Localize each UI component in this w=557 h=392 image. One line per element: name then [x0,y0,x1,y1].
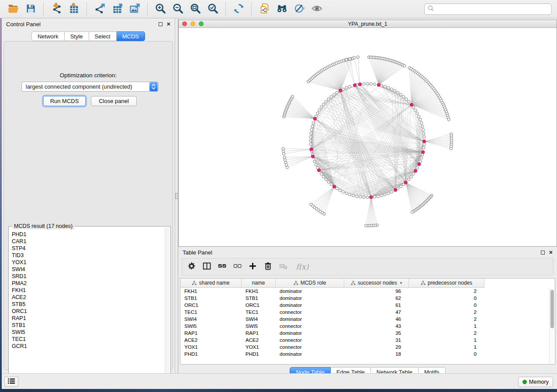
mcds-node[interactable] [317,168,320,172]
splitter-handle[interactable] [175,193,178,199]
network-node[interactable] [422,129,425,131]
network-node[interactable] [322,103,325,106]
mcds-result-item[interactable]: RAP1 [10,315,164,322]
network-node[interactable] [342,88,345,90]
network-node[interactable] [356,56,359,58]
network-node[interactable] [447,118,450,121]
export-network-button[interactable] [92,2,107,17]
network-node[interactable] [336,91,338,94]
network-node[interactable] [311,125,314,128]
network-node[interactable] [370,83,372,85]
mcds-result-item[interactable]: GCR1 [10,343,164,350]
mcds-node[interactable] [339,89,342,92]
network-node[interactable] [282,147,284,150]
network-node[interactable] [349,58,351,60]
network-node[interactable] [363,196,365,199]
network-node[interactable] [349,193,351,196]
table-row[interactable]: ORC1ORC1dominator610 [180,302,549,309]
mcds-result-item[interactable]: YOX1 [10,259,164,266]
network-node[interactable] [310,132,312,135]
column-header-shared-name[interactable]: shared name [180,279,242,288]
mcds-result-item[interactable]: SRD1 [10,273,164,280]
network-node[interactable] [336,187,338,190]
network-node[interactable] [403,65,406,67]
close-panel-button[interactable]: Close panel [91,96,137,106]
mcds-result-item[interactable]: STB1 [10,322,164,329]
mcds-node[interactable] [311,155,315,158]
network-node[interactable] [420,157,423,159]
tab-mcds[interactable]: MCDS [117,31,145,41]
mcds-node[interactable] [310,148,313,151]
network-node[interactable] [339,189,341,192]
mcds-node[interactable] [418,162,421,165]
column-header-successor-nodes[interactable]: successor nodes▾ [344,279,409,288]
export-image-button[interactable] [127,2,142,17]
network-node[interactable] [418,115,420,118]
network-node[interactable] [408,100,410,103]
mcds-result-item[interactable]: ORC1 [10,308,164,315]
mcds-result-item[interactable]: PMA2 [10,280,164,287]
network-node[interactable] [408,178,410,181]
network-node[interactable] [399,185,402,188]
network-node[interactable] [309,139,312,142]
network-node[interactable] [345,58,348,61]
network-node[interactable] [345,192,348,195]
network-node[interactable] [342,191,345,193]
network-node[interactable] [397,91,399,94]
table-row[interactable]: TEC1TEC1connector472 [180,309,549,316]
mcds-node[interactable] [410,103,413,106]
columns-button[interactable] [202,262,211,272]
table-row[interactable]: ACE2ACE2connector311 [180,337,549,344]
network-node[interactable] [373,83,376,86]
network-node[interactable] [394,89,396,92]
network-node[interactable] [420,122,423,124]
network-node[interactable] [421,125,424,128]
zoom-fit-button[interactable] [187,2,203,17]
network-node[interactable] [363,83,365,85]
zoom-selected-button[interactable] [205,2,221,17]
network-node[interactable] [320,106,323,108]
network-node[interactable] [316,112,319,114]
mcds-result-item[interactable]: STB5 [10,301,164,308]
network-node[interactable] [359,196,362,198]
close-panel-icon[interactable]: × [167,22,170,26]
network-node[interactable] [330,183,332,186]
search-network-button[interactable] [274,2,290,17]
network-node[interactable] [399,93,402,96]
delete-column-button[interactable] [263,262,273,272]
network-node[interactable] [352,194,355,197]
run-mcds-button[interactable]: Run MCDS [43,96,86,106]
mcds-node[interactable] [377,83,380,86]
network-node[interactable] [349,85,351,88]
mcds-result-item[interactable]: TEC1 [10,336,164,343]
mcds-result-item[interactable]: ACE2 [10,294,164,301]
table-row[interactable]: STB1STB1dominator620 [180,295,549,302]
save-session-button[interactable] [23,2,38,17]
network-node[interactable] [310,129,313,131]
network-node[interactable] [283,156,286,159]
gear-button[interactable] [187,262,196,272]
mcds-node[interactable] [358,83,361,86]
network-node[interactable] [402,96,405,98]
mcds-result-item[interactable]: PHD1 [10,231,164,238]
open-file-button[interactable] [5,2,21,17]
network-node[interactable] [366,196,369,199]
mcds-node[interactable] [370,196,373,199]
network-node[interactable] [422,132,425,135]
network-node[interactable] [325,178,327,181]
mcds-node[interactable] [414,169,417,172]
import-table-button[interactable] [66,2,82,17]
mcds-node[interactable] [422,151,425,154]
network-node[interactable] [284,161,287,164]
network-node[interactable] [330,96,332,98]
network-node[interactable] [387,86,390,89]
network-node[interactable] [327,181,330,183]
zoom-in-button[interactable] [152,2,168,17]
mcds-list-scrollbar[interactable] [165,227,170,388]
mcds-result-item[interactable]: SWI5 [10,329,164,336]
table-row[interactable]: SWI5SWI5connector431 [180,323,549,330]
network-node[interactable] [310,203,312,206]
table-row[interactable]: YOX1YOX1connector291 [180,344,549,351]
mcds-node[interactable] [394,188,397,191]
float-table-panel-icon[interactable] [541,251,545,254]
